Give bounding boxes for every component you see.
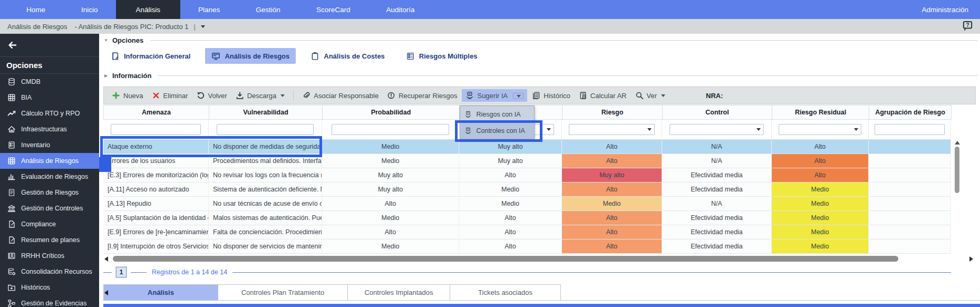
- sidebar-item-gestion-de-evidencias[interactable]: Gestión de Evidencias: [0, 295, 99, 307]
- tab-informacion-general[interactable]: Información General: [104, 48, 197, 64]
- table-row[interactable]: [A.5] Suplantación de la identidad del u…: [103, 211, 951, 225]
- toolbar-calcular-ar-button[interactable]: Calcular AR: [575, 89, 630, 102]
- detail-tab-analisis[interactable]: Análisis: [103, 284, 218, 300]
- tabs-scroll-left-arrow[interactable]: [104, 290, 108, 295]
- cell-impacto: Alto: [459, 211, 562, 225]
- menu-item-controles-con-ia[interactable]: AIControles con IA: [460, 122, 534, 139]
- table-row[interactable]: [E.3] Errores de monitorización (log)No …: [103, 168, 951, 183]
- filter-vulnerabilidad-input[interactable]: [217, 124, 314, 135]
- filter-control-select[interactable]: [669, 124, 763, 135]
- sidebar-item-label: Cálculo RTO y RPO: [21, 110, 80, 117]
- table-row[interactable]: Errores de los usuariosProcedimientos ma…: [103, 154, 951, 168]
- nav-item-auditoria[interactable]: Auditoría: [368, 0, 432, 19]
- nav-item-analisis[interactable]: Análisis: [116, 0, 181, 19]
- scroll-left-arrow[interactable]: [104, 256, 108, 262]
- sidebar-item-consolidacion-recursos[interactable]: Consolidación Recursos: [0, 264, 99, 280]
- sidebar-item-evaluacion-de-riesgos[interactable]: Evaluación de Riesgos: [0, 169, 99, 185]
- cell-riesgo-residual: Alto: [772, 140, 869, 154]
- scroll-up-arrow[interactable]: [955, 141, 960, 145]
- sugerir-ia-menu: AIRiesgos con IAAIControles con IA: [460, 105, 535, 139]
- column-header-agrupacion-de-riesgo[interactable]: Agrupación de Riesgo: [869, 105, 952, 120]
- table-row[interactable]: [A.11] Acceso no autorizadoSistema de au…: [103, 183, 951, 197]
- horizontal-scrollbar[interactable]: [103, 255, 973, 262]
- cell-impacto: Medio: [459, 183, 562, 197]
- collapse-triangle-icon[interactable]: ▶: [103, 73, 109, 78]
- nav-item-scorecard[interactable]: ScoreCard: [298, 0, 368, 19]
- column-header-vulnerabilidad[interactable]: Vulnerabilidad: [209, 105, 323, 120]
- column-header-amenaza[interactable]: Amenaza: [104, 105, 209, 120]
- column-header-riesgo-residual[interactable]: Riesgo Residual: [772, 105, 869, 120]
- sidebar-item-inventario[interactable]: Inventario: [0, 137, 99, 153]
- sidebar-item-gestion-de-riesgos[interactable]: Gestión de Riesgos: [0, 185, 99, 200]
- column-header-control[interactable]: Control: [663, 105, 772, 120]
- vertical-scrollbar-thumb[interactable]: [955, 147, 959, 193]
- toolbar-historico-button[interactable]: Histórico: [528, 89, 574, 102]
- filter-probabilidad-input[interactable]: [332, 124, 449, 135]
- sidebar-item-infraestructuras[interactable]: Infraestructuras: [0, 121, 99, 137]
- toolbar-button-label: Descarga: [247, 92, 277, 100]
- column-header-probabilidad[interactable]: Probabilidad: [323, 105, 460, 120]
- sidebar-item-bia[interactable]: BIA: [0, 90, 99, 105]
- sidebar-item-rrhh-criticos[interactable]: RRHH Críticos: [0, 248, 99, 264]
- cell-amenaza: [A.5] Suplantación de la identidad del u…: [103, 211, 209, 225]
- sidebar-item-analisis-de-riesgos[interactable]: Análisis de Riesgos: [0, 153, 99, 169]
- toolbar-descarga-button[interactable]: Descarga: [232, 89, 289, 102]
- toolbar-sugerir-ia-button[interactable]: AISugerir IAAIRiesgos con IAAIControles …: [462, 89, 527, 102]
- sidebar-item-historicos[interactable]: Históricos: [0, 280, 99, 295]
- breadcrumb-detail: - Análisis de Riesgos PIC: Producto 1: [74, 23, 188, 31]
- cell-impacto: Alto: [459, 225, 562, 239]
- cell-amenaza: [E.3] Errores de monitorización (log): [103, 168, 209, 183]
- toolbar-nueva-button[interactable]: Nueva: [108, 89, 147, 102]
- table-row[interactable]: [A.13] RepudioNo usar técnicas de acuse …: [103, 197, 951, 211]
- nav-item-administracion[interactable]: Administración: [910, 0, 980, 19]
- toolbar-eliminar-button[interactable]: Eliminar: [148, 89, 192, 102]
- nav-item-inicio[interactable]: Inicio: [63, 0, 116, 19]
- breadcrumb-section[interactable]: Análisis de Riesgos: [7, 23, 67, 31]
- filter-riesgo-residual-select[interactable]: [779, 124, 861, 135]
- cell-riesgo: Alto: [562, 154, 662, 168]
- collapse-triangle-icon[interactable]: ▼: [103, 38, 109, 43]
- cell-amenaza: Errores de los usuarios: [103, 154, 209, 168]
- sidebar-item-cmdb[interactable]: CMDB: [0, 74, 99, 90]
- vertical-scrollbar[interactable]: [954, 141, 960, 307]
- filter-riesgo-select[interactable]: [569, 124, 655, 135]
- sidebar-item-compliance[interactable]: Compliance: [0, 216, 99, 232]
- toolbar-recuperar-riesgos-button[interactable]: Recuperar Riesgos: [383, 89, 461, 102]
- detail-tab-controles-plan-tratamiento[interactable]: Controles Plan Tratamiento: [218, 284, 348, 300]
- cell-vulnerabilidad: No disponer de servicios de mantenimient…: [209, 239, 322, 254]
- menu-item-riesgos-con-ia[interactable]: AIRiesgos con IA: [460, 106, 534, 122]
- help-icon[interactable]: ?: [963, 21, 973, 32]
- detail-tab-tickets-asociados[interactable]: Tickets asociados: [450, 284, 561, 300]
- menu-item-label: Riesgos con IA: [476, 111, 520, 118]
- download-icon: [236, 91, 244, 100]
- toolbar-ver-button[interactable]: Ver: [632, 89, 669, 102]
- cell-probabilidad: Muy alto: [322, 168, 459, 183]
- filter-agrupacion-de-riesgo-input[interactable]: [875, 124, 945, 135]
- table-row[interactable]: [E.9] Errores de [re-]encaminamientoFalt…: [103, 225, 951, 239]
- column-header-riesgo[interactable]: Riesgo: [562, 105, 663, 120]
- tab-analisis-de-costes[interactable]: Análisis de Costes: [304, 48, 391, 64]
- detail-tab-controles-implantados[interactable]: Controles Implantados: [348, 284, 450, 300]
- cell-probabilidad: Alto: [322, 197, 459, 211]
- nav-item-gestion[interactable]: Gestión: [238, 0, 298, 19]
- back-arrow-icon: [7, 40, 17, 50]
- filter-amenaza-input[interactable]: [111, 124, 201, 135]
- filter-cell: [662, 120, 772, 140]
- scroll-right-arrow[interactable]: [969, 256, 973, 262]
- sidebar-item-resumen-de-planes[interactable]: Resumen de planes: [0, 232, 99, 248]
- sidebar-collapse-button[interactable]: [0, 34, 99, 57]
- table-row[interactable]: [I.9] Interrupción de otros Servicios y …: [103, 239, 951, 254]
- tab-riesgos-multiples[interactable]: Riesgos Múltiples: [400, 48, 484, 64]
- cell-amenaza: [A.13] Repudio: [103, 197, 209, 211]
- toolbar-volver-button[interactable]: Volver: [193, 89, 231, 102]
- sidebar-item-calculo-rto-y-rpo[interactable]: Cálculo RTO y RPO: [0, 105, 99, 121]
- sidebar-item-gestion-de-controles[interactable]: Gestión de Controles: [0, 200, 99, 216]
- dropdown-caret-button[interactable]: [513, 93, 523, 99]
- tab-analisis-de-riesgos[interactable]: Análisis de Riesgos: [205, 48, 296, 64]
- nav-item-planes[interactable]: Planes: [180, 0, 238, 19]
- page-number-button[interactable]: 1: [116, 267, 127, 277]
- table-row[interactable]: Ataque externoNo disponer de medidas de …: [103, 140, 951, 154]
- horizontal-scrollbar-thumb[interactable]: [113, 256, 898, 262]
- toolbar-asociar-responsable-button[interactable]: Asociar Responsable: [298, 89, 382, 102]
- nav-item-home[interactable]: Home: [8, 0, 63, 19]
